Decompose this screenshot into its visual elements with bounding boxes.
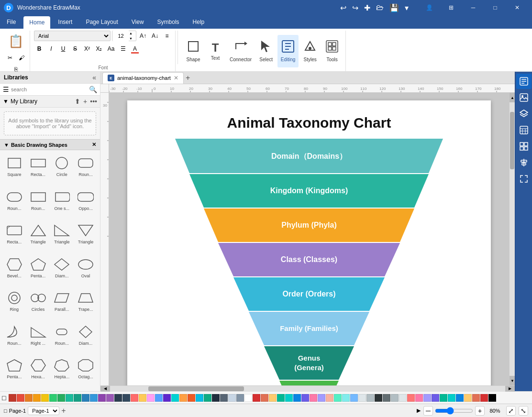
- shape-rounded-rect[interactable]: Roun...: [74, 153, 97, 186]
- menu-symbols[interactable]: Symbols: [151, 15, 186, 29]
- color-swatch[interactable]: [196, 394, 203, 402]
- color-swatch[interactable]: [391, 394, 399, 402]
- color-swatch[interactable]: [244, 394, 252, 402]
- color-swatch[interactable]: [334, 394, 342, 402]
- connector-tool-button[interactable]: Connector: [227, 35, 255, 67]
- color-swatch[interactable]: [212, 394, 220, 402]
- scroll-left-button[interactable]: ◀: [100, 386, 110, 392]
- color-swatch[interactable]: [326, 394, 333, 402]
- color-swatch[interactable]: [57, 394, 65, 402]
- color-swatch[interactable]: [9, 394, 16, 402]
- shape-trapezoid[interactable]: Trape...: [74, 288, 97, 321]
- color-swatch[interactable]: [277, 394, 285, 402]
- color-swatch[interactable]: [480, 394, 488, 402]
- color-swatch[interactable]: [228, 394, 236, 402]
- color-swatch[interactable]: [293, 394, 301, 402]
- color-swatch[interactable]: [236, 394, 244, 402]
- search-icon[interactable]: 🔍: [89, 86, 97, 93]
- library-toggle[interactable]: ☰: [3, 86, 9, 93]
- close-button[interactable]: ✕: [506, 0, 528, 15]
- color-swatch[interactable]: [49, 394, 57, 402]
- color-swatch[interactable]: [285, 394, 293, 402]
- color-swatch[interactable]: [440, 394, 447, 402]
- styles-tool-button[interactable]: Styles: [299, 35, 321, 67]
- color-swatch[interactable]: [350, 394, 358, 402]
- scroll-thumb[interactable]: [510, 112, 514, 169]
- play-button[interactable]: ▶: [417, 407, 421, 414]
- color-swatch[interactable]: [41, 394, 49, 402]
- zoom-out-button[interactable]: ─: [423, 406, 433, 416]
- zoom-slider[interactable]: [435, 407, 473, 415]
- color-swatch[interactable]: [33, 394, 41, 402]
- menu-file[interactable]: File: [0, 15, 22, 29]
- page-select[interactable]: Page-1: [28, 406, 59, 415]
- scroll-up-button[interactable]: ▲: [510, 93, 515, 102]
- color-swatch[interactable]: [155, 394, 163, 402]
- right-panel-data[interactable]: [516, 122, 532, 138]
- color-swatch[interactable]: [472, 394, 480, 402]
- text-case-button[interactable]: Aa: [106, 44, 116, 54]
- shape-rectangle[interactable]: Recta...: [27, 153, 50, 186]
- shape-rounded3[interactable]: Roun...: [27, 187, 50, 220]
- cut-button[interactable]: ✂: [5, 53, 15, 63]
- scroll-down-button[interactable]: ▼: [510, 376, 515, 385]
- save-button[interactable]: 💾: [388, 3, 401, 12]
- font-size-decrease[interactable]: ▼: [129, 36, 136, 41]
- color-swatch[interactable]: [415, 394, 423, 402]
- zoom-in-button[interactable]: +: [475, 406, 485, 416]
- color-swatch[interactable]: [163, 394, 171, 402]
- shape-ring[interactable]: Ring: [3, 288, 26, 321]
- color-swatch[interactable]: [188, 394, 195, 402]
- subscript-button[interactable]: X₂: [94, 44, 104, 54]
- decrease-font-button[interactable]: A↓: [150, 31, 160, 41]
- color-swatch[interactable]: [98, 394, 106, 402]
- fit-width-button[interactable]: ⤡: [519, 406, 528, 416]
- menu-insert[interactable]: Insert: [51, 15, 79, 29]
- format-paint-button[interactable]: 🖌: [16, 53, 27, 63]
- right-panel-style[interactable]: [516, 74, 532, 89]
- canvas-content[interactable]: Animal Taxonomy Chart Domain（Domains）: [109, 93, 509, 385]
- undo-button[interactable]: ↩: [338, 3, 348, 12]
- tools-tool-button[interactable]: Tools: [321, 35, 343, 67]
- more-library-button[interactable]: •••: [90, 98, 97, 105]
- right-panel-align[interactable]: [516, 155, 532, 170]
- color-swatch[interactable]: [383, 394, 390, 402]
- close-tab-button[interactable]: ✕: [174, 75, 178, 81]
- color-swatch[interactable]: [90, 394, 98, 402]
- color-swatch[interactable]: [220, 394, 228, 402]
- shape-one-side[interactable]: One s...: [51, 187, 74, 220]
- color-swatch[interactable]: [464, 394, 472, 402]
- paste-button[interactable]: 📋: [5, 31, 26, 52]
- color-swatch[interactable]: [131, 394, 138, 402]
- shape-octagon[interactable]: Octag...: [74, 355, 97, 388]
- align-button[interactable]: ≡: [162, 31, 172, 41]
- color-swatch[interactable]: [74, 394, 81, 402]
- horizontal-scrollbar[interactable]: ◀ ▶: [100, 385, 515, 391]
- right-panel-grid[interactable]: [516, 139, 532, 154]
- menu-help[interactable]: Help: [186, 15, 211, 29]
- font-family-select[interactable]: Arial: [34, 31, 111, 41]
- color-swatch[interactable]: [301, 394, 309, 402]
- color-swatch[interactable]: [366, 394, 374, 402]
- select-tool-button[interactable]: Select: [255, 35, 277, 67]
- menu-view[interactable]: View: [125, 15, 151, 29]
- add-library-button[interactable]: +: [83, 98, 87, 105]
- scroll-right-button[interactable]: ▶: [505, 386, 515, 392]
- color-swatch[interactable]: [448, 394, 455, 402]
- shape-bevel[interactable]: Bevel...: [3, 254, 26, 287]
- color-swatch[interactable]: [399, 394, 407, 402]
- add-page-button[interactable]: +: [61, 406, 66, 415]
- text-color-button[interactable]: A: [130, 44, 140, 54]
- shape-triangle1[interactable]: Triangle: [27, 220, 50, 253]
- color-swatch[interactable]: [423, 394, 431, 402]
- color-swatch[interactable]: [122, 394, 130, 402]
- color-swatch[interactable]: [318, 394, 325, 402]
- shape-tool-button[interactable]: Shape: [183, 35, 204, 67]
- color-swatch[interactable]: [375, 394, 382, 402]
- shape-rounded2[interactable]: Roun...: [3, 187, 26, 220]
- font-size-increase[interactable]: ▲: [129, 31, 136, 36]
- shape-circle[interactable]: Circle: [51, 153, 74, 186]
- new-button[interactable]: ✚: [362, 3, 372, 12]
- color-swatch[interactable]: [310, 394, 317, 402]
- italic-button[interactable]: I: [46, 44, 56, 54]
